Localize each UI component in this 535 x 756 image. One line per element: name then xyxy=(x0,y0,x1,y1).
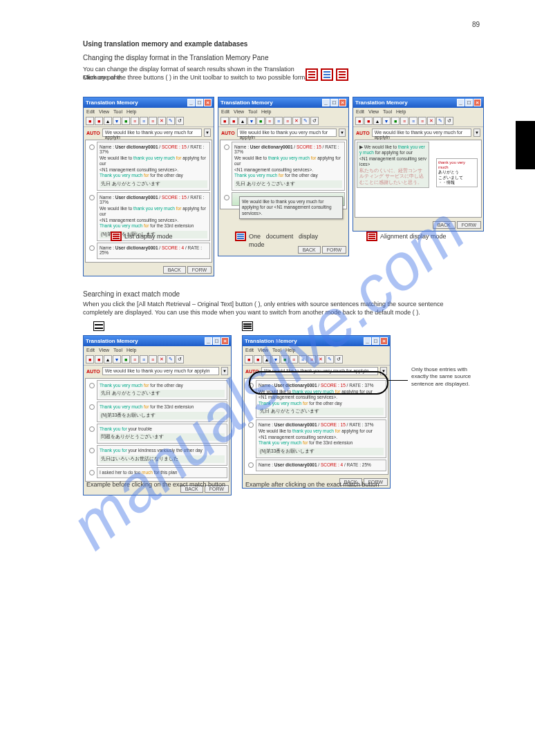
tm-window-after: Translation Memory _□× Edit View Tool He… xyxy=(242,335,391,489)
result-entry[interactable]: I asked her to do too much for this plan xyxy=(97,467,227,478)
minimize-button[interactable]: _ xyxy=(364,337,371,345)
maximize-button[interactable]: □ xyxy=(330,99,338,106)
menu-tool[interactable]: Tool xyxy=(113,348,122,352)
result-entry[interactable]: Name : User dictionary0001 / SCORE : 15 … xyxy=(256,419,386,457)
one-doc-mode-icon[interactable] xyxy=(321,68,333,81)
radio-button[interactable] xyxy=(89,448,95,453)
one-doc-mode-icon-caption xyxy=(235,231,246,241)
radio-button[interactable] xyxy=(248,422,254,428)
radio-button[interactable] xyxy=(224,195,229,200)
tb-btn[interactable]: ≡ xyxy=(149,117,157,125)
radio-button[interactable] xyxy=(89,195,95,200)
align-source-box: ▶ We would like to thank you very much f… xyxy=(357,142,429,188)
results-list: Thank you very much for for the other da… xyxy=(85,378,229,482)
menu-tool[interactable]: Tool xyxy=(248,109,257,114)
result-entry[interactable]: Name : User dictionary0001 / SCORE : 15 … xyxy=(256,380,386,418)
tm-window-align: Translation Memory _□× Edit View Tool He… xyxy=(353,97,484,231)
forw-button[interactable]: FORW xyxy=(322,246,346,254)
tb-btn[interactable]: ■ xyxy=(122,117,130,125)
forw-button[interactable]: FORW xyxy=(187,266,212,274)
menu-tool[interactable]: Tool xyxy=(272,348,281,352)
tb-btn[interactable]: ■ xyxy=(95,117,103,125)
tb-btn[interactable]: ≡ xyxy=(131,117,139,125)
menu-help[interactable]: Help xyxy=(126,109,136,114)
window-title: Translation Memory xyxy=(86,100,138,106)
result-entry[interactable]: Name : User dictionary0001 / SCORE : 15 … xyxy=(232,142,345,191)
caption-before: Example before clicking on the exact mat… xyxy=(86,480,228,489)
result-entry[interactable]: Thank you for your trouble 問題をありがとうございます xyxy=(97,424,227,444)
tb-btn[interactable]: ▲ xyxy=(104,117,112,125)
radio-button[interactable] xyxy=(89,470,95,475)
align-mode-icon[interactable] xyxy=(336,68,348,81)
close-button[interactable]: × xyxy=(221,337,229,345)
menu-help[interactable]: Help xyxy=(396,109,406,114)
forw-button[interactable]: FORW xyxy=(457,221,481,229)
side-header: thank you very much xyxy=(438,160,476,170)
minimize-button[interactable]: _ xyxy=(205,337,212,345)
radio-button[interactable] xyxy=(224,144,229,150)
maximize-button[interactable]: □ xyxy=(213,337,220,345)
tb-btn[interactable]: ↺ xyxy=(176,117,184,125)
footer-buttons: BACK FORW xyxy=(84,264,214,276)
menu-help[interactable]: Help xyxy=(285,348,295,352)
list-mode-icon[interactable] xyxy=(306,68,318,81)
caption-one-doc: One document display mode xyxy=(249,232,318,249)
radio-button[interactable] xyxy=(89,426,95,432)
auto-input[interactable]: We would like to thank you very much for… xyxy=(102,129,202,137)
radio-button[interactable] xyxy=(89,383,95,388)
result-entry[interactable]: Name : User dictionary0001 / SCORE : 4 /… xyxy=(97,243,210,259)
radio-button[interactable] xyxy=(89,144,95,150)
menu-edit[interactable]: Edit xyxy=(221,109,229,114)
menu-view[interactable]: View xyxy=(258,348,268,352)
radio-button[interactable] xyxy=(248,383,254,388)
close-button[interactable]: × xyxy=(339,99,346,106)
tb-btn[interactable]: ■ xyxy=(86,117,94,125)
minimize-button[interactable]: _ xyxy=(457,99,464,106)
result-entry[interactable]: Thank you very much for for the other da… xyxy=(97,380,227,400)
tb-btn[interactable]: ≡ xyxy=(140,117,148,125)
dropdown-arrow[interactable]: ▼ xyxy=(204,129,211,137)
menu-edit[interactable]: Edit xyxy=(245,348,254,352)
menu-view[interactable]: View xyxy=(234,109,244,114)
back-button[interactable]: BACK xyxy=(433,221,456,229)
tb-btn[interactable]: ▼ xyxy=(113,117,121,125)
menu-edit[interactable]: Edit xyxy=(356,109,364,114)
score-value: 15 xyxy=(182,144,187,149)
result-entry[interactable]: Thank you very much for for the 33rd ext… xyxy=(97,401,227,422)
tb-btn[interactable]: ✕ xyxy=(158,117,166,125)
menu-tool[interactable]: Tool xyxy=(113,109,122,114)
menu-help[interactable]: Help xyxy=(126,348,136,352)
menu-edit[interactable]: Edit xyxy=(86,348,95,352)
back-button[interactable]: BACK xyxy=(163,266,186,274)
radio-button[interactable] xyxy=(89,245,95,251)
close-button[interactable]: × xyxy=(204,99,212,106)
result-entry[interactable]: Thank you for your kindness variously th… xyxy=(97,445,227,465)
chapter-tab xyxy=(516,121,535,169)
menu-tool[interactable]: Tool xyxy=(383,109,392,114)
menu-edit[interactable]: Edit xyxy=(86,109,95,114)
tb-btn[interactable]: ✎ xyxy=(167,117,175,125)
results-list: Name : User dictionary0001 / SCORE : 15 … xyxy=(85,140,212,263)
maximize-button[interactable]: □ xyxy=(196,99,203,106)
results-list: Name : User dictionary0001 / SCORE : 15 … xyxy=(244,378,388,475)
tm-window-before: Translation Memory _□× Edit View Tool He… xyxy=(83,335,232,495)
maximize-button[interactable]: □ xyxy=(372,337,379,345)
radio-button[interactable] xyxy=(248,462,254,468)
caption-list-mode: List display mode xyxy=(124,232,173,240)
menu-view[interactable]: View xyxy=(99,109,109,114)
radio-button[interactable] xyxy=(89,404,95,410)
result-entry[interactable]: Name : User dictionary0001 / SCORE : 4 /… xyxy=(256,460,386,471)
minimize-button[interactable]: _ xyxy=(322,99,330,106)
close-button[interactable]: × xyxy=(380,337,388,345)
section-body-2: When you click the [All Match Retrieval … xyxy=(83,301,470,316)
menu-view[interactable]: View xyxy=(368,109,379,114)
toolbar: ■ ■ ▲ ▼ ■ ≡ ≡ ≡ ✕ ✎ ↺ xyxy=(84,115,214,127)
menu-view[interactable]: View xyxy=(99,348,109,352)
close-button[interactable]: × xyxy=(473,99,481,106)
side-line: ・・情報 xyxy=(438,180,476,185)
minimize-button[interactable]: _ xyxy=(187,99,195,106)
menu-help[interactable]: Help xyxy=(261,109,271,114)
result-entry[interactable]: Name : User dictionary0001 / SCORE : 15 … xyxy=(97,142,210,191)
maximize-button[interactable]: □ xyxy=(465,99,473,106)
menubar: Edit View Tool Help xyxy=(84,108,214,115)
